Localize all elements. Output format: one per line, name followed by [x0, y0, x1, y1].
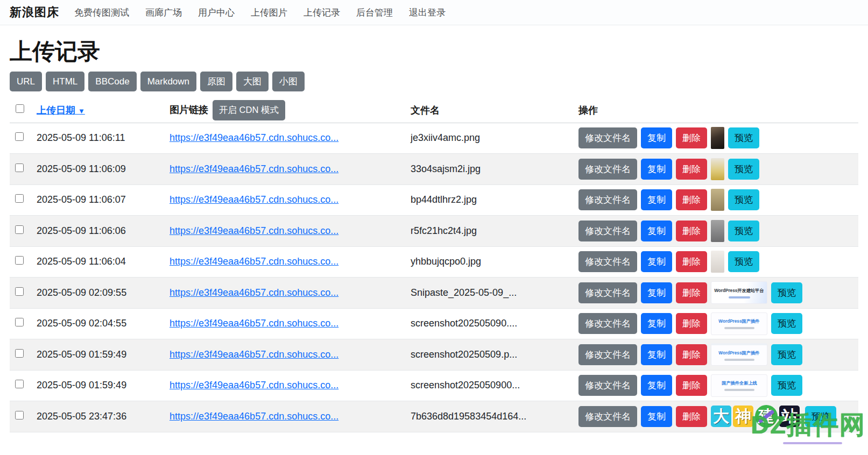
select-all-checkbox[interactable]: [16, 104, 24, 113]
thumbnail[interactable]: 大神建站: [711, 404, 801, 429]
delete-button[interactable]: 删除: [676, 406, 707, 427]
preview-button[interactable]: 预览: [771, 375, 802, 396]
preview-button[interactable]: 预览: [728, 189, 759, 210]
table-row: 2025-05-09 02:04:55 https://e3f49eaa46b5…: [10, 308, 858, 339]
rename-button[interactable]: 修改文件名: [578, 127, 637, 148]
rename-button[interactable]: 修改文件名: [578, 221, 637, 241]
copy-button[interactable]: 复制: [641, 406, 672, 427]
delete-button[interactable]: 删除: [676, 282, 707, 303]
format-button[interactable]: 大图: [236, 72, 269, 91]
delete-button[interactable]: 删除: [676, 375, 707, 396]
image-url-link[interactable]: https://e3f49eaa46b57.cdn.sohucs.co...: [170, 287, 338, 298]
nav-item[interactable]: 上传图片: [251, 6, 287, 19]
preview-button[interactable]: 预览: [805, 406, 836, 427]
table-body: 2025-05-09 11:06:11 https://e3f49eaa46b5…: [10, 123, 858, 432]
preview-button[interactable]: 预览: [771, 282, 802, 303]
image-url-link[interactable]: https://e3f49eaa46b57.cdn.sohucs.co...: [170, 349, 338, 360]
row-checkbox[interactable]: [15, 411, 24, 420]
thumbnail[interactable]: [711, 220, 724, 242]
rename-button[interactable]: 修改文件名: [578, 251, 637, 272]
image-url-link[interactable]: https://e3f49eaa46b57.cdn.sohucs.co...: [170, 225, 338, 236]
delete-button[interactable]: 删除: [676, 159, 707, 180]
rename-button[interactable]: 修改文件名: [578, 406, 637, 427]
rename-button[interactable]: 修改文件名: [578, 313, 637, 334]
sort-by-date-link[interactable]: 上传日期 ▼: [37, 105, 85, 116]
filename: 7b636d8d19583454d164...: [405, 401, 573, 432]
nav-item[interactable]: 免费传图测试: [74, 6, 129, 19]
delete-button[interactable]: 删除: [676, 313, 707, 334]
nav-item[interactable]: 画廊广场: [145, 6, 182, 19]
thumbnail[interactable]: WordPress国产插件: [711, 312, 767, 335]
copy-button[interactable]: 复制: [641, 344, 672, 365]
table-row: 2025-05-09 02:09:55 https://e3f49eaa46b5…: [10, 278, 858, 309]
format-button[interactable]: HTML: [46, 72, 84, 91]
image-url-link[interactable]: https://e3f49eaa46b57.cdn.sohucs.co...: [170, 194, 338, 205]
preview-button[interactable]: 预览: [728, 159, 759, 180]
thumbnail[interactable]: [711, 251, 724, 273]
rename-button[interactable]: 修改文件名: [578, 159, 637, 180]
preview-button[interactable]: 预览: [728, 221, 759, 241]
rename-button[interactable]: 修改文件名: [578, 189, 637, 210]
copy-button[interactable]: 复制: [641, 159, 672, 180]
format-button[interactable]: URL: [10, 72, 42, 91]
nav-item[interactable]: 用户中心: [198, 6, 235, 19]
copy-button[interactable]: 复制: [641, 221, 672, 241]
delete-button[interactable]: 删除: [676, 251, 707, 272]
row-checkbox[interactable]: [15, 163, 24, 172]
row-checkbox[interactable]: [15, 225, 24, 234]
thumbnail[interactable]: [711, 127, 724, 149]
copy-button[interactable]: 复制: [641, 251, 672, 272]
format-button[interactable]: Markdown: [140, 72, 196, 91]
row-checkbox[interactable]: [15, 318, 24, 326]
row-checkbox[interactable]: [15, 380, 24, 388]
rename-button[interactable]: 修改文件名: [578, 344, 637, 365]
delete-button[interactable]: 删除: [676, 344, 707, 365]
delete-button[interactable]: 删除: [676, 127, 707, 148]
preview-button[interactable]: 预览: [771, 313, 802, 334]
format-button[interactable]: 小图: [272, 72, 305, 91]
row-checkbox[interactable]: [15, 194, 24, 203]
copy-button[interactable]: 复制: [641, 189, 672, 210]
thumbnail[interactable]: [711, 189, 724, 211]
delete-button[interactable]: 删除: [676, 189, 707, 210]
copy-button[interactable]: 复制: [641, 313, 672, 334]
upload-records-table: 上传日期 ▼ 图片链接开启 CDN 模式 文件名 操作 2025-05-09 1…: [10, 98, 858, 432]
format-button[interactable]: 原图: [200, 72, 232, 91]
preview-button[interactable]: 预览: [771, 344, 802, 365]
image-url-link[interactable]: https://e3f49eaa46b57.cdn.sohucs.co...: [170, 256, 338, 267]
nav-item[interactable]: 退出登录: [409, 6, 446, 19]
nav-item[interactable]: 后台管理: [356, 6, 393, 19]
rename-button[interactable]: 修改文件名: [578, 375, 637, 396]
image-url-link[interactable]: https://e3f49eaa46b57.cdn.sohucs.co...: [170, 163, 338, 174]
enable-cdn-button[interactable]: 开启 CDN 模式: [213, 100, 285, 120]
copy-button[interactable]: 复制: [641, 282, 672, 303]
image-url-link[interactable]: https://e3f49eaa46b57.cdn.sohucs.co...: [170, 380, 338, 390]
row-checkbox[interactable]: [15, 349, 24, 358]
thumbnail[interactable]: WordPress开发建站平台: [711, 281, 767, 304]
copy-button[interactable]: 复制: [641, 375, 672, 396]
sort-by-date-label: 上传日期: [37, 105, 75, 116]
row-checkbox[interactable]: [15, 287, 24, 296]
image-url-link[interactable]: https://e3f49eaa46b57.cdn.sohucs.co...: [170, 411, 338, 422]
row-actions: 修改文件名 复制 删除 大神建站 预览: [578, 404, 858, 429]
nav-item[interactable]: 上传记录: [304, 6, 340, 19]
thumbnail[interactable]: [711, 158, 724, 180]
rename-button[interactable]: 修改文件名: [578, 282, 637, 303]
thumbnail[interactable]: 国产插件全新上线: [711, 374, 767, 397]
image-url-link[interactable]: https://e3f49eaa46b57.cdn.sohucs.co...: [170, 132, 338, 143]
image-url-link[interactable]: https://e3f49eaa46b57.cdn.sohucs.co...: [170, 318, 338, 329]
upload-records-page: 上传记录 URL HTML BBCode Markdown 原图 大图 小图 上…: [0, 39, 868, 432]
row-checkbox[interactable]: [15, 256, 24, 265]
thumbnail-logo-tile: 神: [733, 406, 753, 427]
row-actions: 修改文件名 复制 删除 WordPress国产插件 预览: [578, 343, 858, 366]
preview-button[interactable]: 预览: [728, 127, 759, 148]
brand-logo[interactable]: 新浪图床: [10, 4, 59, 20]
thumbnail[interactable]: WordPress国产插件: [711, 343, 767, 366]
copy-button[interactable]: 复制: [641, 127, 672, 148]
table-row: 2025-05-09 11:06:06 https://e3f49eaa46b5…: [10, 216, 858, 247]
delete-button[interactable]: 删除: [676, 221, 707, 241]
row-actions: 修改文件名 复制 删除 预览: [578, 189, 858, 211]
row-checkbox[interactable]: [15, 132, 24, 141]
preview-button[interactable]: 预览: [728, 251, 759, 272]
format-button[interactable]: BBCode: [88, 72, 136, 91]
